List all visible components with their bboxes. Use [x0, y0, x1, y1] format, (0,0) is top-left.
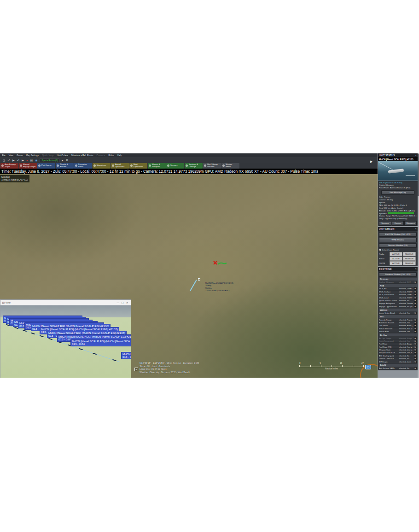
close-icon[interactable]: ✕: [415, 268, 417, 270]
paw-icon[interactable]: ◉: [35, 159, 37, 162]
record-icon[interactable]: ●: [26, 159, 28, 162]
step-play-icon[interactable]: ▶: [22, 159, 24, 162]
emcon-window-button[interactable]: Sensors Window (F9): [379, 243, 417, 248]
menu-item[interactable]: Game: [17, 154, 23, 157]
dropdown-icon[interactable]: ▾: [414, 349, 417, 351]
toolbar-button[interactable]: Unit / GroupDoctrine: [203, 163, 221, 169]
dropdown-icon[interactable]: ▾: [414, 299, 417, 302]
doctrine-row-value: Inherited, Allow (: [399, 324, 414, 327]
menu-item[interactable]: Map Settings: [26, 154, 39, 157]
menu-item[interactable]: File: [2, 154, 6, 157]
missile-dash: [79, 348, 83, 351]
emcon-window-button[interactable]: EMCON Window (Ctrl + F9): [379, 232, 417, 237]
dropdown-icon[interactable]: ▾: [414, 355, 417, 357]
dropdown-icon[interactable]: ▾: [414, 346, 417, 348]
unit-selection-box[interactable]: [198, 278, 200, 281]
unit-message-log-button[interactable]: Unit Message Log: [381, 190, 414, 195]
toolbar-button[interactable]: Mounts &Weapons: [148, 163, 166, 169]
inherit-from-parent-row[interactable]: ✓ Inherit from Parent: [379, 249, 417, 251]
toolbar-button[interactable]: BoatOperations: [129, 163, 147, 169]
toolbar-button[interactable]: Auto EngageTarget: [0, 163, 18, 169]
toolbar-button[interactable]: Systems &Damage: [185, 163, 203, 169]
menu-item[interactable]: Quick Jump: [42, 154, 53, 157]
dropdown-icon[interactable]: ▾: [414, 319, 417, 321]
menu-item[interactable]: Missions + Ref. Points: [71, 154, 93, 157]
3d-view-titlebar[interactable]: 3D View — ▢ ✕: [0, 300, 131, 305]
dropdown-icon[interactable]: ▾: [414, 293, 417, 296]
dropdown-icon[interactable]: ▾: [414, 361, 417, 363]
doctrine-row-label: Quick Turnaround: [379, 340, 399, 342]
target-marker[interactable]: [212, 260, 227, 267]
clock-icon[interactable]: ◷: [3, 159, 5, 162]
dropdown-icon[interactable]: ▾: [414, 340, 417, 342]
dropdown-icon[interactable]: ▾: [414, 287, 417, 290]
doctrine-row[interactable]: Refuel Allies Inherited, Yes ▾: [379, 330, 417, 333]
dropdown-icon[interactable]: ▾: [414, 367, 417, 369]
emcon-window-button[interactable]: WRA Window: [379, 238, 417, 242]
3d-viewport[interactable]: MdCN [Naval SCALP EG] (MdCN [Naval SCALP…: [0, 305, 131, 378]
passive-button[interactable]: PASSIVE: [403, 252, 416, 256]
dropdown-icon[interactable]: ▾: [414, 337, 417, 339]
dropdown-icon[interactable]: ▾: [414, 330, 417, 333]
3d-view-window: 3D View — ▢ ✕ MdCN [Naval SCALP EG] (MdC…: [0, 299, 131, 378]
dropdown-icon[interactable]: ▾: [414, 297, 417, 299]
dropdown-icon[interactable]: ▾: [414, 324, 417, 327]
dropdown-icon[interactable]: ▾: [414, 312, 417, 314]
gear-icon[interactable]: ⚙: [66, 158, 69, 162]
unit-tab[interactable]: Comms: [392, 221, 404, 226]
dropdown-icon[interactable]: ▾: [414, 357, 417, 360]
dropdown-icon[interactable]: ▾: [414, 322, 417, 324]
close-icon[interactable]: ✕: [415, 154, 417, 157]
doctrine-row[interactable]: Engage Opportunities Inherited, No (on ▾: [379, 305, 417, 308]
compass-mode-icon[interactable]: ▢: [365, 365, 371, 369]
close-icon[interactable]: ✕: [125, 301, 129, 304]
menu-item[interactable]: Editor: [109, 154, 115, 157]
sensor-row: Sonar ACTIVE PASSIVE: [379, 257, 417, 261]
menu-item[interactable]: View: [9, 154, 13, 157]
close-icon[interactable]: ✕: [415, 228, 417, 230]
recorder-monitor-icon[interactable]: ▤: [30, 159, 33, 162]
dropdown-icon[interactable]: ▾: [414, 343, 417, 345]
toolbar-button[interactable]: ManualEngage Target: [19, 163, 37, 169]
special-action-button[interactable]: Special Action (1): [40, 158, 59, 162]
special-action-caret-icon[interactable]: ▶: [62, 159, 63, 162]
checkbox-checked-icon[interactable]: ✓: [379, 249, 381, 251]
doctrine-row[interactable]: Ignore Under Attack Inherited, Yes ▾: [379, 312, 417, 315]
passive-button[interactable]: PASSIVE: [403, 261, 416, 265]
dropdown-icon[interactable]: ▾: [414, 291, 417, 293]
toolbar-button[interactable]: Magazines: [93, 163, 111, 169]
doctrine-window-button[interactable]: Doctrine Window (Ctrl + F9): [379, 272, 417, 277]
unit-tab[interactable]: Sensors: [379, 221, 391, 226]
missile-vector-icon[interactable]: [190, 280, 197, 291]
passive-button[interactable]: PASSIVE: [403, 257, 416, 261]
doctrine-row[interactable]: Nuclear Weapons Inherited, NOT ▾: [379, 281, 417, 284]
play-icon[interactable]: ▶: [12, 159, 15, 162]
menu-item[interactable]: Unit Orders: [57, 154, 68, 157]
map-canvas[interactable]: Selected: 1x MdCN [Naval SCALP EG] MdCN …: [0, 174, 378, 378]
active-button[interactable]: ACTIVE: [390, 261, 402, 265]
missile-dash: [112, 359, 116, 362]
minimize-icon[interactable]: —: [116, 301, 120, 304]
dropdown-icon[interactable]: ▾: [414, 351, 417, 354]
unit-tab[interactable]: Weapons: [404, 221, 417, 226]
sidebar-collapse-icon[interactable]: ▶: [370, 160, 372, 164]
active-button[interactable]: ACTIVE: [390, 257, 402, 261]
toolbar-button[interactable]: AircraftOperations: [111, 163, 129, 169]
dropdown-icon[interactable]: ▾: [414, 281, 417, 283]
menu-item[interactable]: Contacts: [97, 154, 105, 157]
toolbar-button[interactable]: MissionEditor: [221, 163, 239, 169]
doctrine-row[interactable]: BVR Logic Inherited, Conti ▾: [379, 360, 417, 363]
dropdown-icon[interactable]: ▾: [414, 327, 417, 330]
dropdown-icon[interactable]: ▾: [414, 302, 417, 304]
active-button[interactable]: ACTIVE: [390, 252, 402, 256]
menu-item[interactable]: Help: [117, 154, 122, 157]
toolbar-button[interactable]: Throttle &Altitude: [56, 163, 74, 169]
dropdown-icon[interactable]: ▾: [414, 305, 417, 308]
toolbar-button[interactable]: FormationEditor: [74, 163, 92, 169]
doctrine-row[interactable]: Anti-Surface SAMs Inherited, No ▾: [379, 367, 417, 370]
toolbar-button[interactable]: Sensors: [166, 163, 184, 169]
maximize-icon[interactable]: ▢: [120, 301, 125, 304]
time-compression-label[interactable]: ×5: [7, 159, 10, 162]
toolbar-button[interactable]: Plot Course: [37, 163, 55, 169]
step-label[interactable]: ×1: [17, 159, 20, 162]
